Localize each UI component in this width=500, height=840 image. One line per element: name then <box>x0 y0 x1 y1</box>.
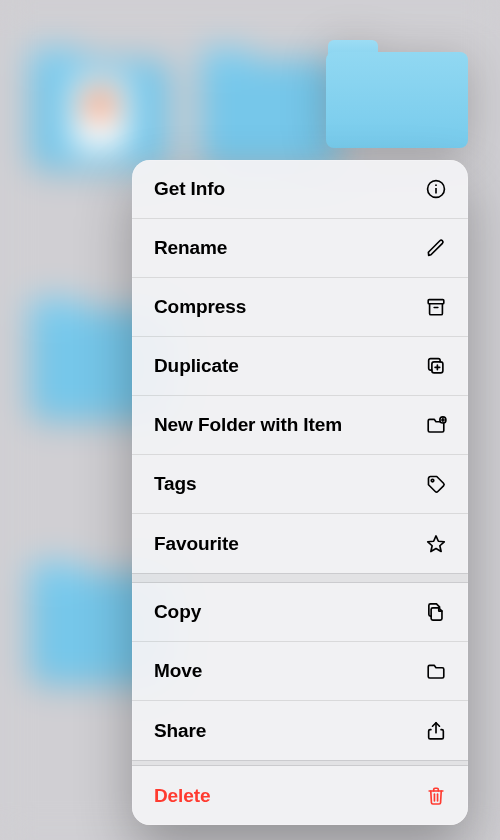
context-menu: Get Info Rename Compress Duplicate New F… <box>132 160 468 825</box>
menu-item-move[interactable]: Move <box>132 642 468 701</box>
tag-icon <box>424 472 448 496</box>
menu-item-delete[interactable]: Delete <box>132 766 468 825</box>
trash-icon <box>424 784 448 808</box>
menu-item-copy[interactable]: Copy <box>132 583 468 642</box>
menu-item-label: Delete <box>154 785 210 807</box>
selected-folder-icon[interactable] <box>326 40 468 140</box>
menu-item-label: Favourite <box>154 533 239 555</box>
menu-item-favourite[interactable]: Favourite <box>132 514 468 573</box>
menu-item-label: Move <box>154 660 202 682</box>
menu-item-duplicate[interactable]: Duplicate <box>132 337 468 396</box>
menu-item-get-info[interactable]: Get Info <box>132 160 468 219</box>
info-icon <box>424 177 448 201</box>
copy-icon <box>424 600 448 624</box>
svg-point-1 <box>435 184 437 186</box>
svg-point-11 <box>431 479 434 482</box>
menu-item-compress[interactable]: Compress <box>132 278 468 337</box>
menu-item-new-folder-with-item[interactable]: New Folder with Item <box>132 396 468 455</box>
star-icon <box>424 532 448 556</box>
menu-item-label: Tags <box>154 473 197 495</box>
menu-item-label: Compress <box>154 296 246 318</box>
folder-icon <box>424 659 448 683</box>
duplicate-icon <box>424 354 448 378</box>
menu-item-label: Share <box>154 720 206 742</box>
menu-item-tags[interactable]: Tags <box>132 455 468 514</box>
menu-item-label: New Folder with Item <box>154 414 342 436</box>
archive-icon <box>424 295 448 319</box>
menu-item-label: Copy <box>154 601 201 623</box>
menu-item-label: Get Info <box>154 178 225 200</box>
menu-item-label: Duplicate <box>154 355 239 377</box>
pencil-icon <box>424 236 448 260</box>
menu-item-share[interactable]: Share <box>132 701 468 760</box>
menu-item-label: Rename <box>154 237 227 259</box>
menu-divider <box>132 573 468 583</box>
menu-item-rename[interactable]: Rename <box>132 219 468 278</box>
share-icon <box>424 719 448 743</box>
svg-rect-3 <box>428 300 444 304</box>
new-folder-icon <box>424 413 448 437</box>
